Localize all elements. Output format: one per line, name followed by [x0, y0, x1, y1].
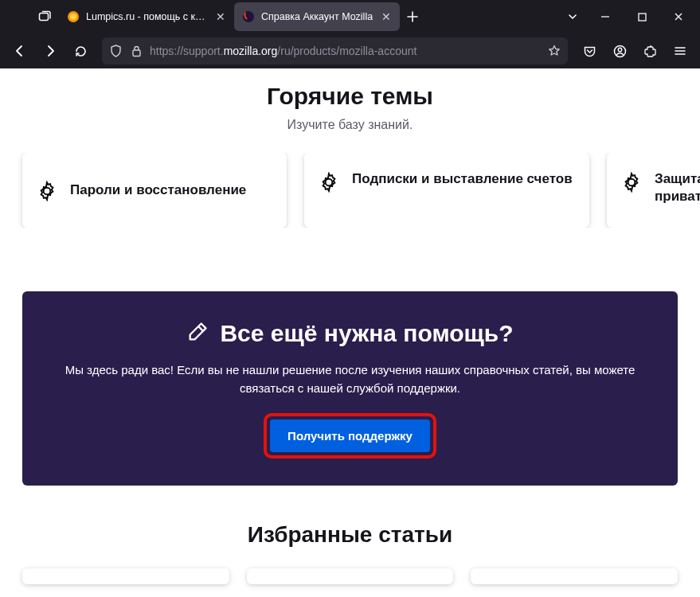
get-support-button[interactable]: Получить поддержку: [270, 419, 430, 452]
window-close-button[interactable]: [660, 0, 697, 33]
topic-label: Пароли и восстановление: [70, 181, 246, 199]
still-need-help-section: Все ещё нужна помощь? Мы здесь ради вас!…: [22, 291, 678, 486]
hot-topics-subtitle: Изучите базу знаний.: [0, 118, 700, 132]
topic-card-privacy[interactable]: Защита приват: [607, 153, 700, 228]
tab-strip: Lumpics.ru - помощь с компь ✕ Справка Ак…: [59, 0, 697, 33]
featured-card[interactable]: [471, 568, 678, 584]
page-content: Горячие темы Изучите базу знаний. Пароли…: [0, 68, 700, 597]
tab-mozilla-support[interactable]: Справка Аккаунт Mozilla ✕: [234, 2, 400, 31]
highlight-ring: Получить поддержку: [264, 413, 436, 458]
window-minimize-button[interactable]: [587, 0, 624, 33]
account-button[interactable]: [606, 37, 633, 64]
topic-card-subscriptions[interactable]: Подписки и выставление счетов: [304, 153, 589, 228]
tab-lumpics[interactable]: Lumpics.ru - помощь с компь ✕: [59, 2, 234, 31]
back-button[interactable]: [6, 37, 33, 64]
tab-title: Справка Аккаунт Mozilla: [261, 11, 373, 22]
featured-card[interactable]: [22, 568, 229, 584]
help-title: Все ещё нужна помощь?: [220, 320, 513, 347]
topic-cards-row: Пароли и восстановление Подписки и выста…: [0, 153, 700, 228]
title-bar: Lumpics.ru - помощь с компь ✕ Справка Ак…: [0, 0, 700, 33]
hot-topics-heading: Горячие темы: [0, 83, 700, 110]
new-tab-button[interactable]: [400, 4, 425, 29]
svg-rect-5: [133, 50, 140, 57]
lock-icon[interactable]: [129, 45, 143, 57]
app-menu-button[interactable]: [667, 37, 694, 64]
forward-button[interactable]: [37, 37, 64, 64]
svg-rect-4: [639, 14, 646, 21]
featured-cards-row: [0, 568, 700, 584]
url-text: https://support.mozilla.org/ru/products/…: [150, 45, 541, 57]
window-maximize-button[interactable]: [624, 0, 660, 33]
shield-icon[interactable]: [108, 45, 123, 57]
favicon-lumpics: [67, 10, 80, 23]
svg-point-2: [70, 14, 76, 20]
extensions-button[interactable]: [636, 37, 663, 64]
svg-point-7: [618, 48, 621, 51]
gear-icon: [319, 172, 339, 193]
bookmark-star-icon[interactable]: [547, 45, 561, 57]
favicon-firefox: [242, 10, 255, 23]
url-bar[interactable]: https://support.mozilla.org/ru/products/…: [102, 37, 568, 64]
tab-overview-button[interactable]: [30, 4, 59, 29]
edit-note-icon: [186, 321, 209, 346]
close-tab-icon[interactable]: ✕: [379, 10, 393, 24]
reload-button[interactable]: [67, 37, 94, 64]
topic-label: Защита приват: [655, 170, 700, 205]
pocket-button[interactable]: [576, 37, 603, 64]
topic-label: Подписки и выставление счетов: [352, 170, 573, 188]
topic-card-passwords[interactable]: Пароли и восстановление: [22, 153, 287, 228]
tab-title: Lumpics.ru - помощь с компь: [86, 11, 207, 22]
featured-card[interactable]: [247, 568, 454, 584]
svg-rect-0: [40, 14, 49, 21]
close-tab-icon[interactable]: ✕: [213, 10, 228, 24]
nav-toolbar: https://support.mozilla.org/ru/products/…: [0, 33, 700, 68]
gear-icon: [621, 172, 642, 193]
gear-icon: [37, 181, 57, 201]
help-description: Мы здесь ради вас! Если вы не нашли реше…: [56, 361, 645, 397]
tabs-dropdown-button[interactable]: [558, 11, 587, 22]
featured-articles-heading: Избранные статьи: [0, 522, 700, 548]
